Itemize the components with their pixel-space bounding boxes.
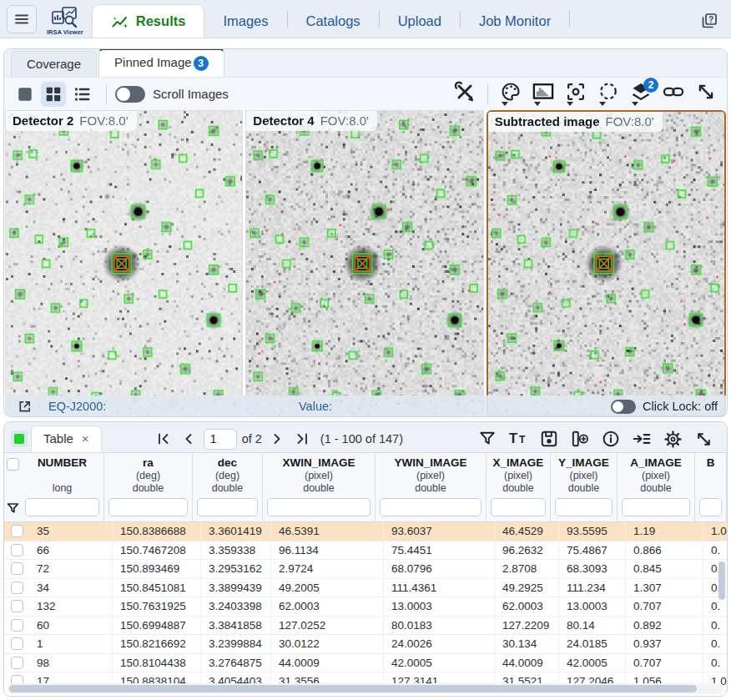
horizontal-scrollbar[interactable] [8,683,723,694]
column-header-y_image[interactable]: Y_IMAGE(pixel)double [551,453,618,521]
table-row[interactable]: 72150.8934693.29531622.972468.07962.8708… [4,560,727,579]
row-checkbox[interactable] [11,525,23,537]
select-all-checkbox[interactable] [7,458,19,471]
open-readout-button[interactable] [17,399,33,415]
dropdown-arrow-icon [502,102,508,106]
column-filter-input[interactable] [109,499,187,516]
table-row[interactable]: 132150.76319253.240339862.000313.000362.… [4,597,727,617]
grid-view-icon [44,85,63,103]
save-table-button[interactable] [540,430,558,448]
column-header-ywin_image[interactable]: YWIN_IMAGE(pixel)double [376,453,486,521]
column-header-ra[interactable]: ra(deg)double [104,453,193,521]
table-cell: 150.8386688 [113,522,201,541]
image-panel-subtracted[interactable]: Subtracted imageFOV:8.0' [486,110,726,417]
table-row[interactable]: 60150.69948873.3841858127.025280.0183127… [4,617,727,636]
column-filter-input[interactable] [492,499,545,516]
starfield-image[interactable] [488,112,724,415]
row-checkbox[interactable] [11,619,23,632]
list-view-button[interactable] [69,82,94,107]
table-row[interactable]: 98150.81044383.276487544.000942.000544.0… [4,654,727,673]
column-type: double [618,482,694,495]
stretch-histogram-button[interactable] [531,81,556,108]
column-unit: (pixel) [486,470,550,482]
first-page-button[interactable] [154,429,174,449]
nav-tab-images[interactable]: Images [204,4,286,38]
filter-button[interactable] [478,430,497,448]
close-table-button[interactable]: × [82,431,89,446]
column-filter-input[interactable] [268,499,370,516]
grid-view-button[interactable] [41,82,66,107]
horizontal-scrollbar-thumb[interactable] [9,685,697,692]
goto-row-button[interactable] [632,430,652,448]
column-type: double [376,482,486,495]
row-checkbox[interactable] [11,600,23,612]
starfield-image[interactable] [246,111,482,416]
image-toolbar: Scroll Images [4,77,727,110]
table-row[interactable]: 66150.74672083.35933896.113475.445196.26… [4,541,727,561]
row-checkbox[interactable] [11,562,23,575]
nav-divider [569,11,570,28]
tab-coverage[interactable]: Coverage [11,51,97,77]
tools-button[interactable] [452,81,477,108]
single-view-button[interactable] [13,82,38,107]
column-header-dec[interactable]: dec(deg)double [193,453,263,521]
column-filter-input[interactable] [381,499,481,516]
row-checkbox[interactable] [11,657,23,669]
image-panel-detector2[interactable]: Detector 2FOV:8.0' [5,110,243,417]
column-filter-input[interactable] [198,499,257,516]
color-palette-button[interactable] [498,81,523,108]
nav-tab-results[interactable]: Results [92,4,205,38]
table-cell: 0.845 [626,560,703,578]
nav-tab-catalogs[interactable]: Catalogs [288,4,379,38]
expand-button[interactable] [693,81,718,108]
row-checkbox[interactable] [11,544,23,556]
column-filter-input[interactable] [623,499,689,516]
nav-tab-job-monitor[interactable]: Job Monitor [461,4,569,38]
click-lock-toggle[interactable] [611,400,636,414]
column-type: long [21,482,103,495]
column-header-number[interactable]: NUMBER long [21,453,104,521]
text-view-button[interactable]: TT [508,430,528,448]
nav-tab-upload[interactable]: Upload [380,4,460,38]
svg-text:T: T [519,434,526,446]
wcs-link-button[interactable] [661,81,686,108]
column-header-xwin_image[interactable]: XWIN_IMAGE(pixel)double [263,453,376,521]
column-filter-input[interactable] [26,499,98,516]
table-info-button[interactable] [602,430,620,448]
tab-pinned-image[interactable]: Pinned Image3 [98,48,224,77]
starfield-image[interactable] [6,111,242,416]
column-name: ra [104,456,192,470]
column-header-b[interactable]: B [695,453,727,521]
expand-table-button[interactable] [694,430,713,449]
menu-button[interactable] [7,5,37,33]
table-row[interactable]: 34150.84510813.389943949.2005111.436149.… [4,579,727,598]
recenter-icon [565,81,587,103]
table-row[interactable]: 35150.83866883.360141946.539193.603746.4… [4,522,727,541]
table-cell: 0. [703,654,727,672]
table-options-button[interactable] [663,430,683,449]
column-filter-input[interactable] [556,499,612,516]
table-cell: 3.3601419 [201,522,271,541]
layers-button[interactable]: 2 [628,81,653,108]
column-header-a_image[interactable]: A_IMAGE(pixel)double [618,453,695,521]
select-region-button[interactable] [596,81,621,108]
table-cell: 46.5391 [271,522,384,541]
tab-table[interactable]: Table × [31,426,102,452]
vertical-scrollbar[interactable] [718,562,725,600]
add-column-button[interactable] [570,430,590,448]
column-unit: (deg) [193,470,262,482]
prev-page-button[interactable] [179,429,199,449]
table-row[interactable]: 1150.82166923.239988430.012224.002630.13… [4,635,727,654]
row-checkbox[interactable] [11,637,23,650]
last-page-button[interactable] [292,429,312,449]
help-button[interactable]: ? [699,11,719,31]
recenter-button[interactable] [563,81,588,108]
page-number-input[interactable] [204,429,237,450]
next-page-button[interactable] [267,429,287,449]
column-filter-input[interactable] [700,499,721,516]
row-checkbox[interactable] [11,582,23,594]
scroll-images-toggle[interactable] [115,86,145,103]
image-panel-detector4[interactable]: Detector 4FOV:8.0' [245,110,483,417]
column-name: NUMBER [21,456,103,470]
column-header-x_image[interactable]: X_IMAGE(pixel)double [486,453,551,521]
